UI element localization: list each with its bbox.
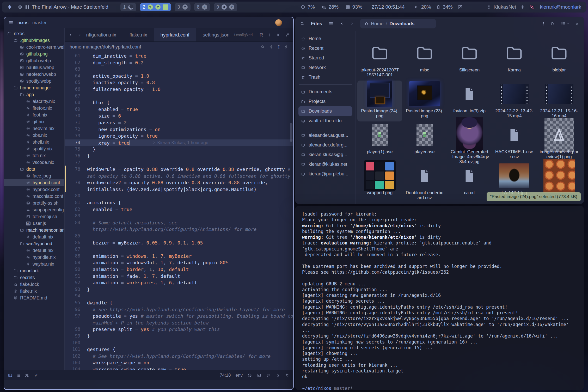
code-line-82[interactable]: 82 enabled = true: [65, 206, 293, 213]
tree-item-alacritty-nix[interactable]: alacritty.nix: [4, 98, 64, 105]
code-line-89[interactable]: 89 animation = windowsOut, 1, 7, default…: [65, 259, 293, 266]
tree-item-flake-lock[interactable]: flake.lock: [4, 281, 64, 288]
sidebar-item-kieran-klukas-g[interactable]: kieran.klukas@g...: [298, 150, 352, 160]
tree-item-hyprlock-conf[interactable]: hyprlock.conf: [4, 186, 64, 193]
tab-clipped[interactable]: R: [260, 32, 263, 38]
project-name[interactable]: nixos: [17, 20, 28, 26]
code-line-92[interactable]: 92 animation = workspaces, 1, 6, default: [65, 279, 293, 286]
search-icon[interactable]: [300, 21, 305, 26]
code-line-63[interactable]: 63: [65, 66, 293, 73]
nav-back-icon[interactable]: [69, 33, 73, 37]
code-line-71[interactable]: 71 passes = 2: [65, 119, 293, 126]
code-line-101[interactable]: 101gestures {: [65, 346, 293, 353]
project-panel-toggle-icon[interactable]: [8, 373, 13, 378]
code-line-95[interactable]: 95dwindle {: [65, 299, 293, 306]
inline-assist-icon[interactable]: [269, 45, 273, 49]
code-line-79[interactable]: 79windowrulev2 = opacity 0.88 override 0…: [65, 179, 293, 186]
code-line-62[interactable]: 62 dim_strength = 0.2: [65, 59, 293, 66]
buffer-search-icon[interactable]: [261, 45, 265, 49]
editor[interactable]: 61 dim_inactive = true62 dim_strength = …: [65, 52, 293, 370]
tree-item-obs-nix[interactable]: obs.nix: [4, 132, 64, 139]
file-item-blobjar[interactable]: blobjar: [537, 40, 581, 81]
code-line-96[interactable]: 96 # See https://wiki.hyprland.org/Confi…: [65, 306, 293, 313]
sidebar-item-starred[interactable]: Starred: [298, 53, 352, 63]
code-line-86[interactable]: 86 bezier = myBezier, 0.05, 0.9, 0.1, 1.…: [65, 240, 293, 246]
hamburger-menu-icon[interactable]: [328, 21, 334, 26]
notifications-icon[interactable]: [275, 373, 280, 378]
file-item-gemini-generated-image-4rqv8k4rqv8k4rqv-jpg[interactable]: Gemini_Generated_Image_4rqv8k4rqv8k4rqv.…: [447, 121, 492, 162]
code-line-61[interactable]: 61 dim_inactive = true: [65, 53, 293, 59]
code-line-80[interactable]: 80: [65, 193, 293, 199]
code-line-wrap[interactable]: https://wiki.hyprland.org/Configuring/An…: [65, 226, 293, 233]
sidebar-item-kieran-klukas-net[interactable]: kieran@klukas.net: [298, 160, 352, 169]
sidebar-item-projects[interactable]: Projects: [298, 97, 352, 106]
tree-item-firefox-nix[interactable]: firefox.nix: [4, 105, 64, 112]
tree-item-flake-nix[interactable]: flake.nix: [4, 288, 64, 295]
breadcrumb[interactable]: home-manager/dots/hyprland.conf: [70, 44, 141, 50]
tree-item-moonlark[interactable]: moonlark: [4, 267, 64, 274]
code-line-91[interactable]: 91 animation = fade, 1, 7, default: [65, 273, 293, 280]
extensions-icon[interactable]: [285, 373, 290, 378]
cursor-position[interactable]: 74:18: [220, 373, 231, 378]
branch-name[interactable]: master: [32, 20, 47, 26]
tree-item-spotify-nix[interactable]: spotify.nix: [4, 145, 64, 152]
tree-item-machines-moonlark[interactable]: machines/moonlark: [4, 227, 64, 234]
tree-item-default-nix[interactable]: default.nix: [4, 247, 64, 254]
code-line-100[interactable]: 100: [65, 340, 293, 346]
path-home[interactable]: Home: [371, 21, 383, 27]
code-line-98[interactable]: 98 preserve_split = yes # you probably w…: [65, 326, 293, 333]
workspace-8[interactable]: 8#: [194, 3, 210, 11]
code-line-83[interactable]: 83: [65, 213, 293, 219]
code-line-75[interactable]: 75 }: [65, 146, 293, 153]
pause-icon[interactable]: [26, 5, 29, 9]
code-actions-icon[interactable]: [284, 45, 288, 49]
tree-item-secrets[interactable]: secrets: [4, 274, 64, 281]
sidebar-item-kieran-purplebu[interactable]: kieran@purplebu...: [298, 169, 352, 179]
code-line-66[interactable]: 66 fullscreen_opacity = 1.0: [65, 86, 293, 93]
code-line-wrap[interactable]: initialClass: (dev.zed.Zed|spotify|Slack…: [65, 186, 293, 193]
code-line-102[interactable]: 102 # See https://wiki.hyprland.org/Conf…: [65, 353, 293, 360]
tree-item-github-png[interactable]: github.png: [4, 51, 64, 57]
sidebar-item-recent[interactable]: Recent: [298, 44, 352, 53]
path-bar[interactable]: Home / Downloads: [360, 19, 436, 28]
code-line-67[interactable]: 67: [65, 93, 293, 100]
code-line-88[interactable]: 88 animation = windows, 1, 7, myBezier: [65, 253, 293, 260]
path-current[interactable]: Downloads: [389, 21, 414, 27]
diagnostics-check[interactable]: ✓: [34, 372, 38, 378]
tree-item-foot-nix[interactable]: foot.nix: [4, 112, 64, 118]
code-line-72[interactable]: 72 new_optimizations = on: [65, 126, 293, 133]
tab-hyprland-conf[interactable]: hyprland.conf: [154, 28, 196, 41]
file-item-favicon-io-3-zip[interactable]: favicon_io(3).zip: [447, 81, 492, 121]
tree-item-shell-nix[interactable]: shell.nix: [4, 139, 64, 145]
cursor-mode-icon[interactable]: I: [278, 44, 280, 50]
network-module[interactable]: KlukasNet: [487, 4, 516, 10]
tray-app-icon[interactable]: [529, 4, 535, 10]
code-line-64[interactable]: 64 active_opacity = 1.0: [65, 73, 293, 79]
sidebar-item-alexander-defarg[interactable]: alexander.defarg...: [298, 140, 352, 150]
tree-item-app[interactable]: app: [4, 91, 64, 98]
nixos-logo-icon[interactable]: [7, 4, 13, 10]
sidebar-item-documents[interactable]: Documents: [298, 87, 352, 97]
tree-item-wm-hyprland[interactable]: wm/hyprland: [4, 240, 64, 247]
tree-item-vscode-nix[interactable]: vscode.nix: [4, 159, 64, 166]
tree-item-prettify-ss-sh[interactable]: prettify-ss.sh: [4, 200, 64, 206]
tree-item-github-images[interactable]: .github/images: [4, 37, 64, 44]
code-line-74[interactable]: 74 xray = trueKieran Klukas, 1 hour ago: [65, 139, 293, 146]
file-item-2024-12-22-13-42-15-mp4[interactable]: 2024-12-22_13-42-15.mp4: [492, 81, 537, 121]
file-item-player-ase[interactable]: player.ase: [402, 121, 447, 162]
code-line-70[interactable]: 70 size = 6: [65, 113, 293, 119]
kebab-menu-icon[interactable]: [541, 21, 546, 26]
tab-configuration-nix[interactable]: configuration.nix: [86, 28, 123, 41]
bluetooth-icon[interactable]: [520, 5, 525, 9]
code-line-99[interactable]: 99}: [65, 333, 293, 340]
file-item-takeout-20241207t155714z-001[interactable]: takeout-20241207T155714Z-001: [357, 40, 402, 81]
tab-flake-nix[interactable]: flake.nix: [123, 28, 154, 41]
sidebar-item-downloads[interactable]: Downloads: [298, 106, 352, 116]
code-line-68[interactable]: 68 blur {: [65, 99, 293, 106]
code-line-wrap[interactable]: mainMod + P in the keybinds section belo…: [65, 320, 293, 326]
file-item-pasted-image-23-png[interactable]: Pasted image (23).png: [402, 81, 447, 121]
sidebar-item-alesander-august[interactable]: alesander.august...: [298, 131, 352, 140]
code-line-97[interactable]: 97 pseudotile = yes # master switch for …: [65, 313, 293, 320]
workspace-9[interactable]: 9?: [214, 3, 237, 11]
view-switcher[interactable]: [561, 21, 570, 26]
